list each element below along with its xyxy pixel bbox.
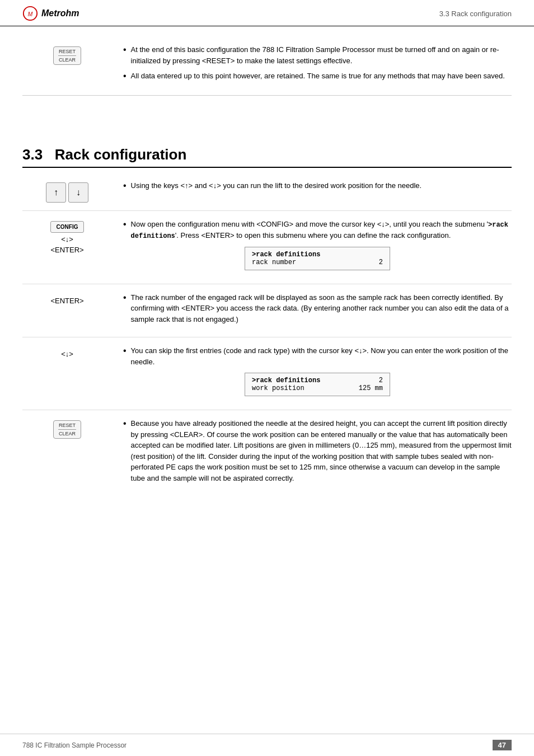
arrow-right-col: Using the keys <↑> and <↓> you can run t… (112, 180, 512, 203)
arrow-row: ↑ ↓ Using the keys <↑> and <↓> you can r… (22, 172, 512, 211)
page: M Metrohm 3.3 Rack configuration RESET C… (0, 0, 534, 756)
code-label-1-2: rack number (252, 259, 296, 266)
code-row-2-2: work position 125 mm (252, 384, 383, 392)
reset-clear-bottom-left-col: RESET CLEAR (22, 418, 112, 488)
code-label-1-1: >rack definitions (252, 251, 320, 259)
config-row: CONFIG <↓> <ENTER> Now open the configur… (22, 211, 512, 284)
reset-clear-button-top[interactable]: RESET CLEAR (53, 46, 81, 65)
enter-right-col: The rack number of the engaged rack will… (112, 292, 512, 330)
section-title-text: Rack configuration (55, 146, 186, 163)
metrohm-logo-icon: M (22, 6, 38, 21)
arrow-up-button[interactable]: ↑ (46, 182, 66, 203)
metrohm-logo: M Metrohm (22, 6, 79, 21)
config-bullet: Now open the configuration menu with <CO… (123, 219, 512, 241)
arrow-bullet: Using the keys <↑> and <↓> you can run t… (123, 180, 512, 191)
arrow-left-col: ↑ ↓ (22, 180, 112, 203)
section-number: 3.3 (22, 146, 43, 163)
config-down-label: <↓> (61, 235, 73, 243)
reset-clear-bottom-bullet: Because you have already positioned the … (123, 418, 512, 483)
config-left-col: CONFIG <↓> <ENTER> (22, 219, 112, 276)
down-bullet: You can skip the first entries (code and… (123, 345, 512, 367)
code-box-1: >rack definitions rack number 2 (245, 247, 390, 270)
clear-label-bottom: CLEAR (58, 431, 76, 436)
code-value-2-1: 2 (379, 377, 383, 384)
section-33-heading: 3.3 Rack configuration (22, 146, 512, 168)
enter-bullet: The rack number of the engaged rack will… (123, 292, 512, 325)
code-label-2-1: >rack definitions (252, 377, 320, 384)
logo-text: Metrohm (41, 8, 79, 18)
top-bullet-1: At the end of this basic configuration t… (123, 44, 512, 66)
top-left-col: RESET CLEAR (22, 44, 112, 86)
header-section-title: 3.3 Rack configuration (439, 10, 512, 18)
footer-page-number: 47 (493, 740, 512, 750)
top-bullet-2: All data entered up to this point howeve… (123, 71, 512, 82)
down-row: <↓> You can skip the first entries (code… (22, 337, 512, 410)
reset-clear-bottom-right-col: Because you have already positioned the … (112, 418, 512, 488)
reset-label-bottom: RESET (58, 422, 76, 430)
down-label: <↓> (61, 350, 73, 358)
enter-label: <ENTER> (50, 297, 83, 305)
top-bullets: At the end of this basic configuration t… (123, 44, 512, 82)
config-button[interactable]: CONFIG (50, 221, 85, 233)
svg-text:M: M (28, 11, 33, 17)
clear-label-top: CLEAR (58, 57, 76, 63)
arrow-buttons[interactable]: ↑ ↓ (46, 182, 88, 203)
footer-product: 788 IC Filtration Sample Processor (22, 741, 127, 749)
reset-clear-bottom-row: RESET CLEAR Because you have already pos… (22, 410, 512, 496)
code-box-2: >rack definitions 2 work position 125 mm (245, 373, 390, 396)
top-right-col: At the end of this basic configuration t… (112, 44, 512, 86)
code-label-2-2: work position (252, 384, 305, 392)
config-enter-label: <ENTER> (50, 246, 83, 254)
code-row-1-1: >rack definitions (252, 251, 383, 259)
down-left-col: <↓> (22, 345, 112, 402)
enter-row: <ENTER> The rack number of the engaged r… (22, 284, 512, 338)
page-footer: 788 IC Filtration Sample Processor 47 (0, 734, 534, 756)
top-section: RESET CLEAR At the end of this basic con… (22, 37, 512, 96)
down-right-col: You can skip the first entries (code and… (112, 345, 512, 402)
code-value-2-2: 125 mm (359, 384, 383, 392)
code-row-2-1: >rack definitions 2 (252, 377, 383, 384)
spacer (22, 96, 512, 129)
code-value-1-2: 2 (379, 259, 383, 266)
reset-label-top: RESET (58, 49, 76, 56)
config-right-col: Now open the configuration menu with <CO… (112, 219, 512, 276)
page-content: RESET CLEAR At the end of this basic con… (0, 26, 534, 507)
page-header: M Metrohm 3.3 Rack configuration (0, 0, 534, 26)
reset-clear-button-bottom[interactable]: RESET CLEAR (53, 420, 81, 439)
enter-left-col: <ENTER> (22, 292, 112, 330)
code-row-1-2: rack number 2 (252, 259, 383, 266)
arrow-down-button[interactable]: ↓ (68, 182, 88, 203)
